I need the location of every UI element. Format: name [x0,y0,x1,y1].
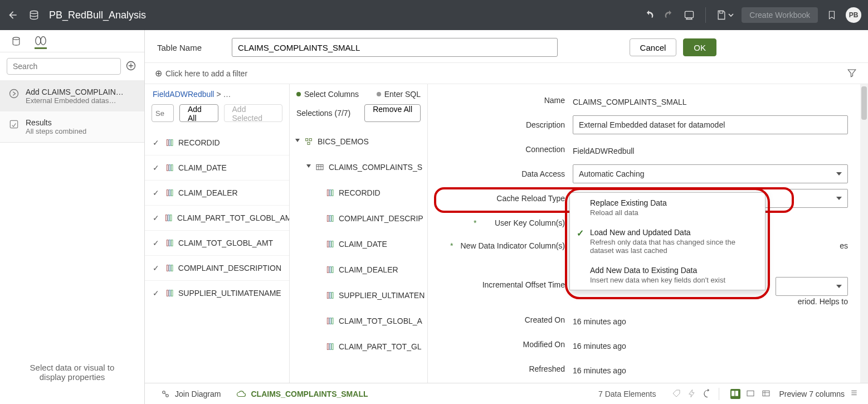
tree-table[interactable]: CLAIMS_COMPLAINTS_S [290,154,427,180]
field-item[interactable]: ✓CLAIM_DEALER [145,180,289,205]
svg-rect-25 [169,265,170,271]
svg-rect-22 [169,240,170,246]
tag-icon[interactable] [672,389,682,399]
value-name: CLAIMS_COMPLAINTS_SMALL [573,94,848,106]
funnel-icon[interactable] [847,68,858,79]
svg-rect-38 [329,216,331,222]
svg-rect-47 [329,293,331,299]
field-item[interactable]: ✓CLAIM_DATE [145,155,289,180]
svg-point-0 [30,11,37,14]
tree-column[interactable]: CLAIM_DEALER [290,257,427,283]
svg-point-3 [13,37,19,39]
svg-rect-8 [10,120,17,128]
svg-rect-33 [316,164,323,169]
save-menu[interactable] [716,9,734,21]
available-columns-panel: FieldADWRedbull > … Add All Add Selected… [145,84,290,404]
filter-hint: Click here to add a filter [165,69,247,78]
svg-point-7 [10,90,18,98]
label-modified-on: Modified On [439,340,573,349]
arrow-circle-icon [8,87,20,100]
data-access-select[interactable]: Automatic Caching [573,164,848,183]
tree-column[interactable]: CLAIM_TOT_GLOBL_A [290,308,427,334]
tree-column[interactable]: CLAIM_DATE [290,231,427,257]
cancel-button[interactable]: Cancel [630,38,677,56]
label-name: Name [439,96,573,105]
status-data-elements: 7 Data Elements [598,390,656,398]
svg-rect-59 [747,391,754,396]
dropdown-option-load-new[interactable]: Load New and Updated Data Refresh only d… [570,222,765,260]
offset-select[interactable] [776,277,848,296]
sidebar-step-results[interactable]: Results All steps combined [0,111,144,142]
tree-schema[interactable]: BICS_DEMOS [290,129,427,154]
schema-icon [304,137,313,146]
field-item[interactable]: ✓COMPLAINT_DESCRIPTION [145,255,289,280]
preview-columns-label: Preview 7 columns [779,390,845,398]
remove-all-button[interactable]: Remove All [364,104,421,122]
description-input[interactable]: External Embedded dataset for datamodel [573,115,848,134]
svg-rect-19 [168,215,169,221]
refresh-icon[interactable] [703,389,713,399]
lightning-icon[interactable] [687,389,698,399]
svg-rect-54 [331,344,333,350]
menu-icon[interactable] [850,389,860,399]
step-sub: External Embedded datas… [26,96,124,105]
bookmark-icon[interactable] [826,9,838,21]
avatar[interactable]: PB [846,7,861,23]
sidebar-tab-data-icon[interactable] [10,35,22,47]
label-cache-reload: Cache Reload Type [439,194,573,203]
svg-rect-41 [329,241,331,247]
tree-column[interactable]: COMPLAINT_DESCRIP [290,206,427,231]
field-item[interactable]: ✓RECORDID [145,130,289,155]
sidebar-tab-elements-icon[interactable] [35,37,47,49]
step-sub: All steps combined [26,127,86,135]
label-new-indicator: *New Data Indicator Column(s) [439,238,573,250]
sidebar-search-input[interactable] [7,58,121,75]
preview-icon[interactable] [683,9,695,21]
cloud-icon [236,389,246,399]
ok-button[interactable]: OK [683,38,716,56]
bottom-tab-dataset[interactable]: CLAIMS_COMPLAINTS_SMALL [228,383,376,404]
create-workbook-button[interactable]: Create Workbook [742,7,818,23]
view-c-icon[interactable] [762,389,772,399]
svg-rect-31 [309,139,311,141]
svg-rect-30 [306,139,308,141]
columns-search-input[interactable] [152,104,174,122]
sidebar-add-icon[interactable] [125,60,138,72]
selections-count: Selections (7/7) [296,109,350,118]
selections-panel: Select Columns Enter SQL Selections (7/7… [290,84,428,404]
dropdown-option-replace[interactable]: Replace Existing Data Reload all data [570,193,765,222]
dataset-icon [28,9,40,21]
bottom-tab-join-diagram[interactable]: Join Diagram [153,383,228,404]
dropdown-option-add-new[interactable]: Add New Data to Existing Data Insert new… [570,260,765,290]
field-item[interactable]: ✓SUPPLIER_ULTIMATENAME [145,280,289,305]
svg-rect-39 [331,216,333,222]
svg-rect-28 [169,290,170,296]
field-item[interactable]: ✓CLAIM_PART_TOT_GLOBL_AMT [145,205,289,230]
svg-rect-1 [685,11,694,18]
undo-icon[interactable] [643,9,655,21]
svg-rect-17 [171,190,173,196]
field-item[interactable]: ✓CLAIM_TOT_GLOBL_AMT [145,230,289,255]
svg-rect-11 [171,139,173,145]
chevron-down-icon [295,139,300,144]
view-a-icon[interactable] [730,389,740,399]
label-offset-time: Incremental Offset Time [439,277,573,289]
sidebar-step-add-dataset[interactable]: Add CLAIMS_COMPLAIN… External Embedded d… [0,81,144,111]
tree-column[interactable]: SUPPLIER_ULTIMATEN [290,283,427,308]
svg-rect-20 [170,215,172,221]
scrollbar[interactable] [860,84,868,404]
tab-enter-sql[interactable]: Enter SQL [377,90,421,99]
redo-icon[interactable] [663,9,675,21]
tree-column[interactable]: CLAIM_PART_TOT_GL [290,334,427,359]
back-icon[interactable] [7,9,19,21]
add-all-button[interactable]: Add All [179,104,218,122]
svg-rect-40 [327,241,329,247]
view-b-icon[interactable] [746,389,756,399]
svg-rect-29 [171,290,173,296]
tablename-input[interactable] [232,38,558,57]
tree-column[interactable]: RECORDID [290,180,427,206]
tab-select-columns[interactable]: Select Columns [296,90,359,99]
breadcrumb[interactable]: FieldADWRedbull > … [145,84,289,99]
filter-bar[interactable]: ⊕ Click here to add a filter [145,63,868,84]
sidebar-placeholder: Select data or visual to display propert… [0,329,144,404]
